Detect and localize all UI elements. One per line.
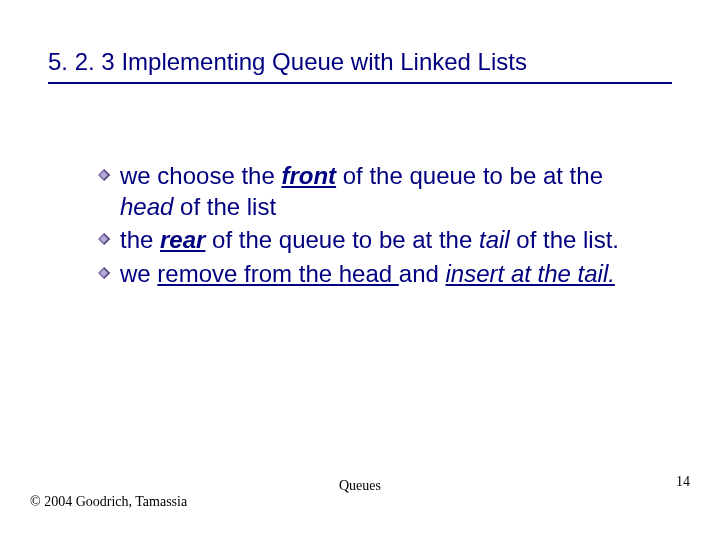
bullet-text: of the list. xyxy=(510,226,619,253)
diamond-icon xyxy=(98,233,110,245)
bullet-text: we choose the xyxy=(120,162,281,189)
footer-page-number: 14 xyxy=(676,474,690,490)
underline-remove: remove from the head xyxy=(157,260,398,287)
emphasis-front: front xyxy=(281,162,336,189)
emphasis-head: head xyxy=(120,193,173,220)
emphasis-rear: rear xyxy=(160,226,205,253)
bullet-text: we xyxy=(120,260,157,287)
bullet-text: of the queue to be at the xyxy=(205,226,479,253)
diamond-icon xyxy=(98,267,110,279)
emphasis-tail: tail xyxy=(479,226,510,253)
diamond-icon xyxy=(98,169,110,181)
bullet-text: and xyxy=(399,260,446,287)
bullet-item: we remove from the head and insert at th… xyxy=(98,258,660,289)
bullet-text: of the list xyxy=(173,193,276,220)
footer-title: Queues xyxy=(30,478,690,494)
slide-title: 5. 2. 3 Implementing Queue with Linked L… xyxy=(48,48,672,84)
footer-copyright: © 2004 Goodrich, Tamassia xyxy=(30,494,187,510)
bullet-item: the rear of the queue to be at the tail … xyxy=(98,224,660,255)
bullet-text: of the queue to be at the xyxy=(336,162,603,189)
bullet-item: we choose the front of the queue to be a… xyxy=(98,160,660,222)
underline-insert: insert at the tail. xyxy=(446,260,615,287)
slide: 5. 2. 3 Implementing Queue with Linked L… xyxy=(0,0,720,540)
bullet-text: the xyxy=(120,226,160,253)
slide-body: we choose the front of the queue to be a… xyxy=(98,160,660,291)
